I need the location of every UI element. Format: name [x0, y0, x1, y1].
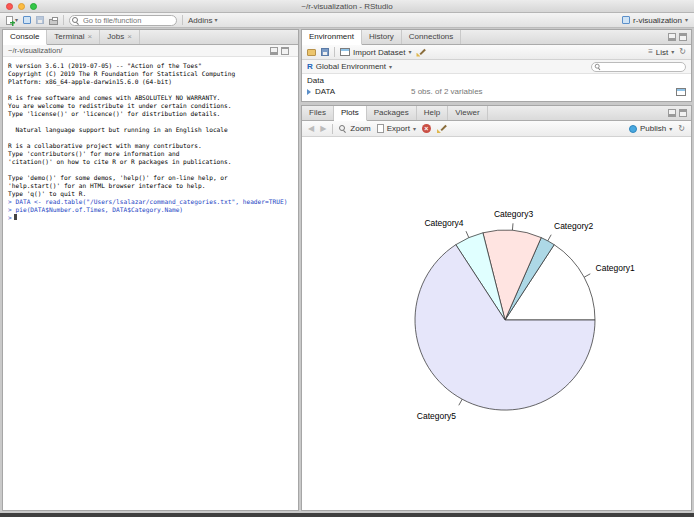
text-cursor — [14, 214, 17, 220]
close-icon[interactable]: × — [88, 30, 93, 44]
zoom-button[interactable]: Zoom — [339, 124, 370, 133]
import-dataset-label: Import Dataset — [353, 48, 405, 57]
view-data-icon[interactable] — [676, 88, 686, 96]
minimize-panel-icon[interactable] — [270, 47, 278, 55]
addins-label: Addins — [188, 16, 212, 25]
print-icon[interactable] — [49, 19, 58, 25]
environment-panel: Environment History Connections Import D… — [301, 29, 692, 102]
refresh-icon[interactable]: ↻ — [679, 48, 686, 56]
chevron-down-icon: ▾ — [408, 49, 411, 55]
environment-tabbar: Environment History Connections — [302, 30, 691, 45]
chevron-down-icon: ▾ — [15, 17, 18, 23]
tab-label: Help — [424, 106, 440, 120]
environment-search — [591, 62, 686, 72]
tab-label: Environment — [309, 30, 354, 44]
maximize-panel-icon[interactable] — [679, 109, 687, 117]
zoom-window-button[interactable] — [30, 3, 37, 10]
console-prompt: > — [8, 214, 12, 221]
plots-toolbar: ◀ ▶ Zoom Export ▾ × Publish ▾ ↻ — [302, 121, 691, 137]
window-title: ~/r-visualization - RStudio — [301, 2, 392, 11]
export-icon — [377, 124, 384, 133]
environment-toolbar: Import Dataset ▾ ≡ List ▾ ↻ — [302, 45, 691, 60]
environment-object-row[interactable]: DATA 5 obs. of 2 variables — [302, 86, 691, 97]
console-output-area[interactable]: R version 3.6.1 (2019-07-05) -- "Action … — [3, 57, 298, 222]
save-workspace-icon[interactable] — [321, 48, 329, 56]
tab-environment[interactable]: Environment — [302, 30, 362, 45]
console-panel: Console Terminal × Jobs × ~/r-visualizat… — [2, 29, 299, 511]
minimize-panel-icon[interactable] — [668, 109, 676, 117]
tab-connections[interactable]: Connections — [402, 30, 461, 44]
toolbar-separator — [334, 47, 335, 57]
tab-packages[interactable]: Packages — [367, 106, 417, 120]
environment-scope-row: R Global Environment ▾ — [302, 60, 691, 74]
remove-plot-icon[interactable]: × — [422, 124, 431, 133]
project-menu[interactable]: r-visualization ▾ — [622, 16, 688, 25]
scope-selector[interactable]: Global Environment ▾ — [316, 62, 392, 71]
maximize-panel-icon[interactable] — [679, 33, 687, 41]
list-view-button[interactable]: ≡ List ▾ — [648, 48, 674, 57]
chevron-down-icon: ▾ — [389, 64, 392, 70]
clear-objects-broom-icon[interactable] — [416, 48, 425, 57]
save-icon[interactable] — [36, 16, 44, 24]
main-toolbar: ▾ Addins ▾ r-visualization ▾ — [0, 13, 694, 28]
window-titlebar: ~/r-visualization - RStudio — [0, 0, 694, 13]
next-plot-icon[interactable]: ▶ — [320, 125, 326, 133]
publish-button[interactable]: Publish ▾ — [629, 124, 672, 133]
refresh-icon[interactable]: ↻ — [678, 125, 685, 133]
import-dataset-button[interactable]: Import Dataset ▾ — [340, 48, 411, 57]
tab-label: Packages — [374, 106, 409, 120]
pie-label-tick — [512, 223, 513, 230]
clear-plots-broom-icon[interactable] — [437, 124, 446, 133]
expand-object-icon[interactable] — [307, 89, 311, 95]
close-icon[interactable]: × — [127, 30, 132, 44]
tab-help[interactable]: Help — [417, 106, 448, 120]
object-name: DATA — [315, 87, 407, 96]
toolbar-separator — [182, 15, 183, 25]
pie-label-tick — [548, 235, 551, 241]
traffic-lights — [6, 3, 37, 10]
window-bottom-edge — [0, 513, 694, 517]
console-command: > pie(DATA$Number.of.Times, DATA$Categor… — [8, 206, 293, 214]
zoom-icon — [339, 125, 347, 133]
panel-controls — [664, 30, 691, 44]
maximize-panel-icon[interactable] — [281, 47, 289, 55]
panel-controls — [266, 47, 293, 55]
new-project-icon[interactable] — [23, 16, 31, 24]
tab-plots[interactable]: Plots — [334, 106, 367, 121]
publish-label: Publish — [640, 124, 666, 133]
list-icon: ≡ — [648, 48, 653, 56]
previous-plot-icon[interactable]: ◀ — [308, 125, 314, 133]
pie-label-Category2: Category2 — [554, 221, 593, 231]
tab-console[interactable]: Console — [3, 30, 47, 45]
goto-file-input[interactable] — [69, 15, 177, 26]
minimize-window-button[interactable] — [18, 3, 25, 10]
tab-jobs[interactable]: Jobs × — [100, 30, 140, 44]
search-icon — [595, 63, 601, 69]
new-file-menu[interactable]: ▾ — [6, 16, 18, 25]
tab-history[interactable]: History — [362, 30, 402, 44]
pie-label-Category4: Category4 — [424, 218, 463, 228]
export-button[interactable]: Export ▾ — [377, 124, 416, 133]
goto-file-search — [69, 15, 177, 26]
console-startup-output: R version 3.6.1 (2019-07-05) -- "Action … — [8, 62, 293, 198]
toolbar-separator — [63, 15, 64, 25]
close-window-button[interactable] — [6, 3, 13, 10]
scope-label: Global Environment — [316, 62, 386, 71]
export-label: Export — [387, 124, 410, 133]
tab-label: Files — [309, 106, 326, 120]
tab-viewer[interactable]: Viewer — [448, 106, 487, 120]
list-label: List — [656, 48, 668, 57]
plots-panel: Files Plots Packages Help Viewer ◀ ▶ — [301, 105, 692, 511]
addins-menu[interactable]: Addins ▾ — [188, 16, 217, 25]
tab-terminal[interactable]: Terminal × — [47, 30, 100, 44]
zoom-label: Zoom — [350, 124, 370, 133]
dataset-icon — [340, 48, 350, 56]
pie-label-tick — [584, 274, 590, 277]
pie-label-tick — [466, 231, 469, 237]
tab-files[interactable]: Files — [302, 106, 334, 120]
load-workspace-icon[interactable] — [307, 49, 316, 56]
environment-search-input[interactable] — [591, 62, 686, 72]
minimize-panel-icon[interactable] — [668, 33, 676, 41]
console-command: > DATA <- read.table("/Users/lsalazar/co… — [8, 198, 293, 206]
workspace: Console Terminal × Jobs × ~/r-visualizat… — [0, 28, 694, 513]
